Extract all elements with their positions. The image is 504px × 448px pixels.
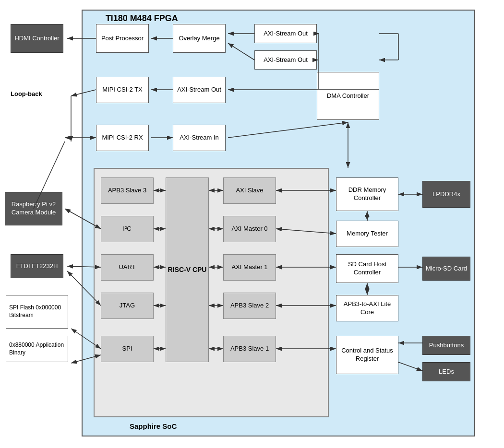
apb3-to-axi-lite-core: APB3-to-AXI Lite Core [336, 295, 398, 321]
post-processor: Post Processor [96, 24, 149, 53]
axi-master1: AXI Master 1 [223, 254, 276, 281]
riscv-cpu: RISC-V CPU [166, 177, 209, 362]
apb3-slave1: APB3 Slave 1 [223, 336, 276, 362]
pushbuttons: Pushbuttons [422, 336, 470, 355]
control-status-register: Control and Status Register [336, 336, 398, 374]
axi-stream-out-3: AXI-Stream Out [173, 77, 226, 103]
axi-stream-out-2: AXI-Stream Out [254, 50, 317, 70]
spi-flash-2: 0x880000 Application Binary [6, 336, 68, 362]
axi-slave: AXI Slave [223, 177, 276, 204]
jtag: JTAG [101, 293, 154, 319]
axi-stream-out-1: AXI-Stream Out [254, 24, 317, 43]
fpga-title: Ti180 M484 FPGA [106, 13, 178, 24]
mipi-csi2-tx: MIPI CSI-2 TX [96, 77, 149, 103]
spi: SPI [101, 336, 154, 362]
uart: UART [101, 254, 154, 281]
leds: LEDs [422, 362, 470, 381]
diagram: Ti180 M484 FPGA Sapphire SoC HDMI Contro… [0, 0, 504, 448]
axi-master0: AXI Master 0 [223, 216, 276, 242]
spi-flash-1: SPI Flash 0x000000 Bitstream [6, 295, 68, 329]
micro-sd-card: Micro-SD Card [422, 257, 470, 281]
soc-title: Sapphire SoC [130, 422, 177, 430]
i2c: I²C [101, 216, 154, 242]
loop-back-label: Loop-back [11, 90, 42, 98]
ftdi: FTDI FT2232H [11, 254, 63, 278]
hdmi-controller: HDMI Controller [11, 24, 63, 53]
lpddr4x: LPDDR4x [422, 181, 470, 208]
apb3-slave2: APB3 Slave 2 [223, 293, 276, 319]
sd-card-host-controller: SD Card Host Controller [336, 254, 398, 283]
apb3-slave3: APB3 Slave 3 [101, 177, 154, 204]
overlay-merge: Overlay Merge [173, 24, 226, 53]
ddr-memory-controller: DDR Memory Controller [336, 177, 398, 211]
axi-stream-in: AXI-Stream In [173, 125, 226, 151]
mipi-csi2-rx: MIPI CSI-2 RX [96, 125, 149, 151]
raspberry-pi: Raspberry Pi v2 Camera Module [5, 192, 62, 225]
dma-controller: DMA Controller [317, 72, 379, 120]
memory-tester: Memory Tester [336, 221, 398, 247]
